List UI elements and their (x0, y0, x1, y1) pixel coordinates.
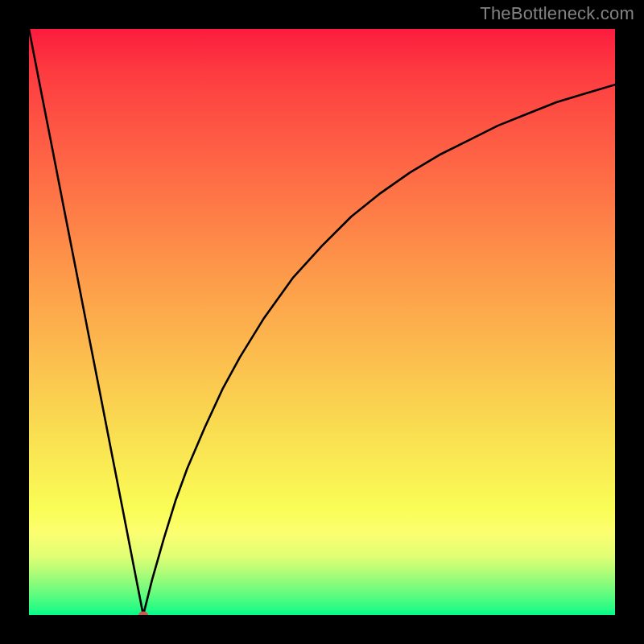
plot-area (29, 29, 615, 615)
minimum-marker (138, 612, 148, 616)
chart-frame: TheBottleneck.com (0, 0, 644, 644)
curve-svg (29, 29, 615, 615)
bottleneck-curve (29, 29, 615, 615)
watermark-text: TheBottleneck.com (480, 3, 634, 24)
